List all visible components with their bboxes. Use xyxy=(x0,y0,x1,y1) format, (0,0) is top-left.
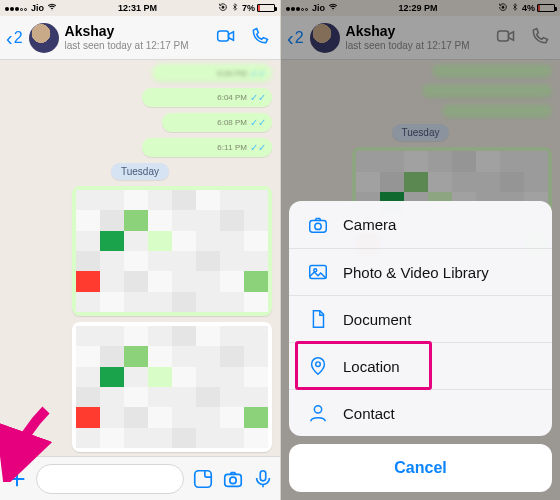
chevron-left-icon: ‹ xyxy=(6,28,13,48)
battery-indicator: 7% xyxy=(242,3,275,13)
sheet-cancel-button[interactable]: Cancel xyxy=(289,444,552,492)
chat-body[interactable]: 6:04 PM✓✓ 6:04 PM✓✓ 6:08 PM✓✓ 6:11 PM✓✓ … xyxy=(0,60,280,456)
image-message[interactable] xyxy=(72,186,272,316)
svg-point-11 xyxy=(315,223,321,229)
image-message[interactable] xyxy=(72,322,272,452)
sheet-item-camera[interactable]: Camera xyxy=(289,201,552,248)
sheet-item-location[interactable]: Location xyxy=(289,342,552,389)
screenshot-right: Jio 12:29 PM 4% ‹ 2 Akshay last seen xyxy=(280,0,560,500)
rotation-lock-icon xyxy=(218,2,228,14)
statusbar-time: 12:31 PM xyxy=(118,3,157,13)
sheet-item-contact[interactable]: Contact xyxy=(289,389,552,436)
back-count: 2 xyxy=(14,29,23,47)
mic-button[interactable] xyxy=(252,468,274,490)
wifi-icon xyxy=(47,2,57,14)
svg-point-14 xyxy=(316,362,321,367)
contact-title[interactable]: Akshay last seen today at 12:17 PM xyxy=(65,24,206,50)
camera-icon xyxy=(307,214,329,236)
svg-point-5 xyxy=(230,477,236,483)
bluetooth-icon xyxy=(231,2,239,14)
svg-point-0 xyxy=(52,10,53,11)
svg-point-15 xyxy=(314,406,321,413)
sticker-button[interactable] xyxy=(192,468,214,490)
svg-rect-10 xyxy=(310,220,327,232)
back-button[interactable]: ‹ 2 xyxy=(6,28,23,48)
sheet-item-label: Photo & Video Library xyxy=(343,264,489,281)
message-input[interactable] xyxy=(36,464,184,494)
svg-rect-6 xyxy=(260,470,266,480)
status-bar: Jio 12:31 PM 7% xyxy=(0,0,280,16)
camera-button[interactable] xyxy=(222,468,244,490)
screenshot-left: Jio 12:31 PM 7% ‹ 2 Aksh xyxy=(0,0,280,500)
message-bubble[interactable]: 6:08 PM✓✓ xyxy=(162,113,272,132)
svg-rect-1 xyxy=(222,6,224,8)
attachment-action-sheet: Camera Photo & Video Library Document Lo… xyxy=(289,201,552,492)
voice-call-button[interactable] xyxy=(246,26,274,50)
svg-rect-3 xyxy=(195,470,212,487)
video-call-button[interactable] xyxy=(212,26,240,50)
location-pin-icon xyxy=(307,355,329,377)
svg-rect-4 xyxy=(225,474,242,486)
day-separator: Tuesday xyxy=(111,163,169,180)
attach-button[interactable] xyxy=(6,468,28,490)
image-icon xyxy=(307,261,329,283)
signal-dots-icon xyxy=(5,3,28,13)
message-bubble[interactable]: 6:04 PM✓✓ xyxy=(142,88,272,107)
sheet-item-label: Camera xyxy=(343,216,396,233)
chat-header: ‹ 2 Akshay last seen today at 12:17 PM xyxy=(0,16,280,60)
sheet-item-label: Document xyxy=(343,311,411,328)
sheet-item-label: Location xyxy=(343,358,400,375)
message-bubble[interactable]: 6:04 PM✓✓ xyxy=(152,64,272,82)
sheet-item-photo-library[interactable]: Photo & Video Library xyxy=(289,248,552,295)
sheet-item-label: Contact xyxy=(343,405,395,422)
avatar[interactable] xyxy=(29,23,59,53)
message-bubble[interactable]: 6:11 PM✓✓ xyxy=(142,138,272,157)
document-icon xyxy=(307,308,329,330)
message-input-bar xyxy=(0,456,280,500)
svg-rect-2 xyxy=(218,31,229,41)
carrier-label: Jio xyxy=(31,3,44,13)
sheet-item-document[interactable]: Document xyxy=(289,295,552,342)
contact-icon xyxy=(307,402,329,424)
